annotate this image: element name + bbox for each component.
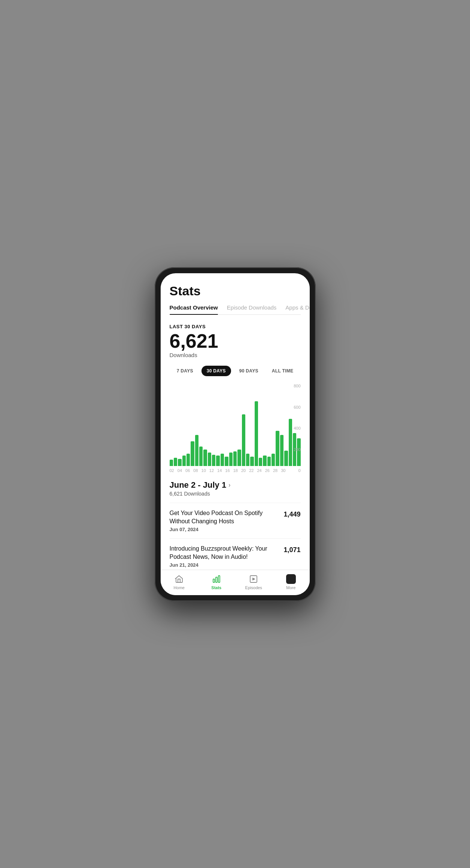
home-icon: [174, 574, 184, 584]
bar-12: [221, 454, 224, 466]
episode-title-0: Get Your Video Podcast On Spotify Withou…: [170, 509, 278, 525]
episode-date-0: Jun 07, 2024: [170, 527, 278, 532]
x-label-04: 04: [178, 468, 182, 473]
bar-15: [233, 451, 237, 466]
bar-23: [267, 457, 271, 466]
bar-20: [255, 401, 258, 466]
x-label-14: 14: [217, 468, 222, 473]
bar-13: [225, 457, 228, 466]
y-label-800: 800: [287, 384, 301, 388]
episode-item-0[interactable]: Get Your Video Podcast On Spotify Withou…: [170, 503, 301, 538]
bar-21: [259, 458, 262, 466]
bar-25: [276, 431, 279, 466]
bar-10: [212, 455, 215, 466]
tabs-bar: Podcast Overview Episode Downloads Apps …: [170, 304, 301, 315]
episodes-icon: [248, 574, 259, 584]
episode-downloads-1: 1,071: [283, 546, 300, 554]
bar-22: [263, 456, 266, 466]
period-btn-30days[interactable]: 30 DAYS: [201, 366, 231, 376]
downloads-label: Downloads: [170, 352, 301, 358]
y-label-400: 400: [287, 426, 301, 430]
svg-rect-0: [213, 579, 215, 582]
chart-container: 800 600 400 200 0 0204060810121416182022…: [170, 384, 301, 473]
bar-24: [272, 454, 275, 466]
bar-3: [182, 456, 186, 466]
nav-item-more[interactable]: More: [272, 574, 310, 590]
bar-6: [195, 435, 198, 466]
nav-item-home[interactable]: Home: [161, 574, 198, 590]
bar-2: [178, 459, 181, 466]
svg-rect-2: [218, 576, 220, 582]
date-range-section: June 2 - July 1 › 6,621 Downloads: [170, 480, 301, 497]
y-label-200: 200: [287, 447, 301, 452]
x-label-30: 30: [281, 468, 285, 473]
nav-item-episodes[interactable]: Episodes: [235, 574, 273, 590]
x-label-16: 16: [225, 468, 230, 473]
tab-apps-device[interactable]: Apps & Device: [285, 304, 309, 314]
period-btn-alltime[interactable]: ALL TIME: [267, 366, 299, 376]
bar-18: [246, 454, 249, 466]
x-label-06: 06: [185, 468, 190, 473]
period-btn-7days[interactable]: 7 DAYS: [172, 366, 198, 376]
nav-label-stats: Stats: [211, 585, 221, 590]
x-label-02: 02: [170, 468, 174, 473]
period-btn-90days[interactable]: 90 DAYS: [234, 366, 264, 376]
x-label-12: 12: [209, 468, 214, 473]
episode-item-1[interactable]: Introducing Buzzsprout Weekly: Your Podc…: [170, 538, 301, 569]
tab-podcast-overview[interactable]: Podcast Overview: [170, 304, 218, 314]
bar-1: [174, 458, 177, 466]
download-count: 6,621: [170, 331, 301, 351]
nav-item-stats[interactable]: Stats: [198, 574, 235, 590]
more-thumb: [286, 574, 296, 584]
x-label-08: 08: [193, 468, 198, 473]
chart-y-labels: 800 600 400 200 0: [287, 384, 301, 473]
bar-19: [250, 457, 254, 466]
nav-label-home: Home: [174, 585, 185, 590]
bar-7: [199, 447, 203, 466]
svg-rect-1: [216, 577, 217, 582]
bar-4: [187, 454, 190, 466]
bottom-nav: Home Stats: [161, 570, 310, 595]
tab-episode-downloads[interactable]: Episode Downloads: [227, 304, 277, 314]
chart-x-labels: 020406081012141618202224262830: [170, 468, 301, 473]
x-label-24: 24: [257, 468, 261, 473]
bar-17: [242, 414, 245, 466]
screen-content: Stats Podcast Overview Episode Downloads…: [161, 273, 310, 570]
x-label-18: 18: [233, 468, 238, 473]
y-label-0: 0: [287, 468, 301, 473]
bar-5: [191, 441, 194, 466]
bar-9: [208, 453, 211, 466]
svg-marker-4: [252, 578, 255, 581]
period-label: LAST 30 DAYS: [170, 324, 301, 329]
stats-icon: [211, 574, 222, 584]
bar-0: [170, 460, 173, 466]
phone-shell: Stats Podcast Overview Episode Downloads…: [155, 267, 316, 601]
bar-8: [203, 450, 207, 466]
episode-date-1: Jun 21, 2024: [170, 562, 278, 568]
episode-downloads-0: 1,449: [283, 511, 300, 518]
stats-section: LAST 30 DAYS 6,621 Downloads: [170, 324, 301, 359]
episode-info-1: Introducing Buzzsprout Weekly: Your Podc…: [170, 545, 278, 568]
chevron-right-icon: ›: [228, 482, 230, 488]
date-range-downloads: 6,621 Downloads: [170, 491, 301, 497]
x-label-28: 28: [273, 468, 278, 473]
episode-title-1: Introducing Buzzsprout Weekly: Your Podc…: [170, 545, 278, 561]
x-label-10: 10: [201, 468, 206, 473]
x-label-22: 22: [249, 468, 254, 473]
chart-bars: [170, 384, 301, 466]
bar-16: [237, 450, 241, 466]
date-range-title[interactable]: June 2 - July 1 ›: [170, 480, 301, 490]
bar-26: [280, 435, 283, 466]
nav-label-more: More: [286, 585, 295, 590]
episode-list: Get Your Video Podcast On Spotify Withou…: [170, 503, 301, 569]
period-buttons: 7 DAYS 30 DAYS 90 DAYS ALL TIME: [170, 366, 301, 376]
phone-screen: Stats Podcast Overview Episode Downloads…: [161, 273, 310, 595]
more-icon: [286, 574, 296, 584]
page-title: Stats: [170, 284, 301, 298]
x-label-20: 20: [241, 468, 246, 473]
bar-14: [229, 453, 233, 466]
bar-11: [216, 456, 219, 466]
x-label-26: 26: [265, 468, 270, 473]
y-label-600: 600: [287, 405, 301, 409]
episode-info-0: Get Your Video Podcast On Spotify Withou…: [170, 509, 278, 532]
